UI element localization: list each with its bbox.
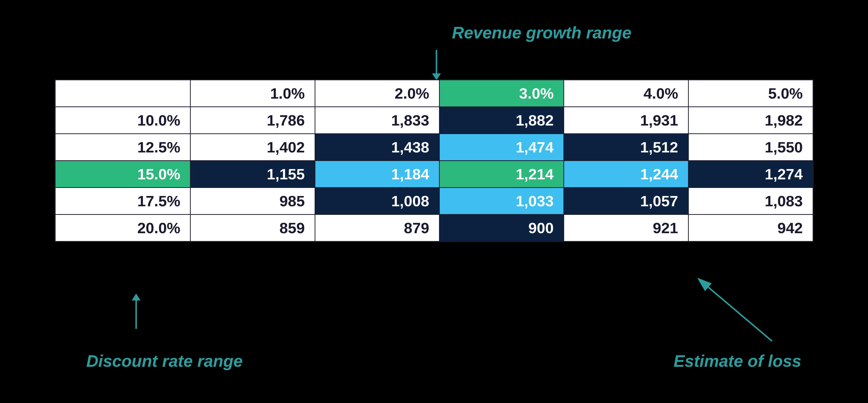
svg-line-1 xyxy=(708,287,772,341)
revenue-growth-arrow xyxy=(436,50,437,74)
row-15-v5: 1,274 xyxy=(688,161,813,188)
row-10-v2: 1,833 xyxy=(315,107,439,134)
table-row-20: 20.0% 859 879 900 921 942 xyxy=(55,214,813,241)
discount-rate-arrow xyxy=(135,300,137,329)
row-175-label: 17.5% xyxy=(55,188,190,214)
row-20-v3: 900 xyxy=(439,214,564,241)
row-12-v3: 1,474 xyxy=(439,134,564,161)
header-col3-highlighted: 3.0% xyxy=(439,80,564,107)
row-175-v3: 1,033 xyxy=(439,188,564,214)
header-col1: 1.0% xyxy=(190,80,315,107)
row-15-v1: 1,155 xyxy=(190,161,315,188)
row-175-v1: 985 xyxy=(190,188,315,214)
sensitivity-table: 1.0% 2.0% 3.0% 4.0% 5.0% 10.0% 1,786 1,8… xyxy=(55,79,814,242)
table-header-row: 1.0% 2.0% 3.0% 4.0% 5.0% xyxy=(55,80,813,107)
row-20-v4: 921 xyxy=(564,214,688,241)
row-10-label: 10.0% xyxy=(55,107,190,134)
table-row-12: 12.5% 1,402 1,438 1,474 1,512 1,550 xyxy=(55,134,813,161)
row-10-v5: 1,982 xyxy=(688,107,813,134)
row-15-v2: 1,184 xyxy=(315,161,439,188)
table-row-10: 10.0% 1,786 1,833 1,882 1,931 1,982 xyxy=(55,107,813,134)
header-col2: 2.0% xyxy=(315,80,439,107)
discount-rate-label: Discount rate range xyxy=(87,351,243,370)
row-15-v4: 1,244 xyxy=(564,161,688,188)
row-12-v1: 1,402 xyxy=(190,134,315,161)
row-15-v3: 1,214 xyxy=(439,161,564,188)
table-row-15: 15.0% 1,155 1,184 1,214 1,244 1,274 xyxy=(55,161,813,188)
row-175-v5: 1,083 xyxy=(688,188,813,214)
header-col5: 5.0% xyxy=(688,80,813,107)
row-12-v4: 1,512 xyxy=(564,134,688,161)
row-10-v4: 1,931 xyxy=(564,107,688,134)
row-12-label: 12.5% xyxy=(55,134,190,161)
row-12-v5: 1,550 xyxy=(688,134,813,161)
sensitivity-table-wrapper: 1.0% 2.0% 3.0% 4.0% 5.0% 10.0% 1,786 1,8… xyxy=(55,79,814,242)
estimate-loss-label: Estimate of loss xyxy=(674,351,801,370)
main-container: Revenue growth range 1.0% 2.0% 3.0% 4.0%… xyxy=(42,18,826,385)
row-15-label: 15.0% xyxy=(55,161,190,188)
estimate-loss-arrow-svg xyxy=(630,263,777,348)
row-20-v2: 879 xyxy=(315,214,439,241)
row-175-v2: 1,008 xyxy=(315,188,439,214)
header-col4: 4.0% xyxy=(564,80,688,107)
table-row-175: 17.5% 985 1,008 1,033 1,057 1,083 xyxy=(55,188,813,214)
revenue-growth-label: Revenue growth range xyxy=(452,23,631,42)
row-20-label: 20.0% xyxy=(55,214,190,241)
row-175-v4: 1,057 xyxy=(564,188,688,214)
row-12-v2: 1,438 xyxy=(315,134,439,161)
row-20-v1: 859 xyxy=(190,214,315,241)
row-10-v3: 1,882 xyxy=(439,107,564,134)
row-20-v5: 942 xyxy=(688,214,813,241)
header-empty xyxy=(55,80,190,107)
row-10-v1: 1,786 xyxy=(190,107,315,134)
